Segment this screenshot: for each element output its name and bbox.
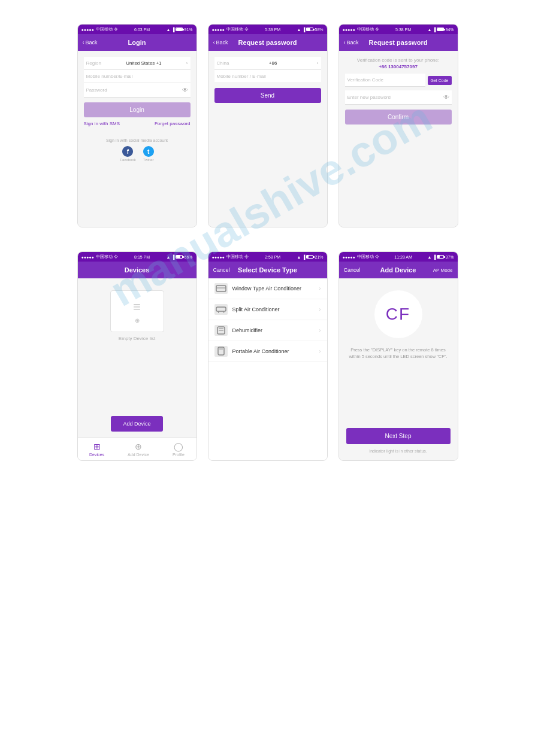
sign-in-sms-link[interactable]: Sign in with SMS (84, 121, 120, 126)
tab-devices[interactable]: ⊞ Devices (89, 442, 104, 457)
ap-mode-button[interactable]: AP Mode (433, 268, 453, 273)
region-chevron-icon: › (317, 60, 319, 66)
time-label: 6:03 PM (134, 28, 150, 32)
verification-placeholder: Verification Code (347, 77, 383, 83)
cancel-button[interactable]: Cancel (213, 267, 230, 273)
cancel-button[interactable]: Cancel (344, 267, 361, 273)
dehumidifier-icon (214, 325, 228, 336)
list-item-split-ac[interactable]: Split Air Conditioner › (208, 299, 327, 320)
profile-tab-label: Profile (173, 453, 185, 457)
back-chevron-icon: ‹ (344, 40, 346, 45)
device-list: Window Type Air Conditioner › Split Air … (208, 278, 327, 460)
window-ac-chevron: › (319, 286, 321, 292)
phone-number: +86 13004757097 (379, 64, 418, 69)
tab-profile[interactable]: ◯ Profile (173, 442, 185, 457)
new-password-placeholder: Enter new password (347, 95, 391, 100)
social-section: Sign in with social media account f Face… (84, 138, 191, 162)
battery-label: 58% (315, 28, 323, 32)
battery-icon (437, 255, 444, 259)
status-bar-3: ●●●●● 中国移动 令 5:38 PM ▲ ▐ 94% (339, 25, 458, 34)
region-value: +86 (269, 60, 277, 66)
twitter-icon: t (143, 146, 154, 157)
carrier-label: 中国移动 令 (357, 26, 379, 32)
carrier-label: 中国移动 令 (96, 254, 118, 260)
req-pw2-content: Verification code is sent to your phone:… (339, 51, 458, 227)
dehumidifier-chevron: › (319, 327, 321, 333)
facebook-icon: f (122, 146, 133, 157)
split-ac-icon (214, 304, 228, 315)
add-device-button[interactable]: Add Device (111, 416, 162, 432)
list-item-window-ac[interactable]: Window Type Air Conditioner › (208, 278, 327, 299)
devices-screen: ●●●●● 中国移动 令 8:15 PM ▲ ▐ 66% Devices (77, 251, 197, 461)
login-screen: ●●●●● 中国移动 令 6:03 PM ▲ ▐ 91% ‹ Back (77, 24, 197, 227)
new-password-field[interactable]: Enter new password 👁 (345, 90, 452, 105)
facebook-login[interactable]: f Facebook (120, 146, 135, 162)
status-bar-4: ●●●●● 中国移动 令 8:15 PM ▲ ▐ 66% (78, 252, 197, 262)
list-item-portable-ac[interactable]: Portable Air Conditioner › (208, 341, 327, 362)
signal-icon: ●●●●● (343, 255, 355, 259)
battery-label: 21% (315, 255, 323, 259)
add-plus-icon: ⊕ (135, 317, 140, 324)
social-icons: f Facebook t Twitter (84, 146, 191, 162)
empty-device-icon: ≡ (133, 299, 141, 315)
back-label: Back (347, 40, 359, 45)
password-field[interactable]: Password 👁 (84, 83, 191, 98)
page-container: manualshive.com ●●●●● 中国移动 令 6:03 PM ▲ ▐… (0, 0, 535, 756)
facebook-label: Facebook (120, 158, 135, 162)
cf-text: CF (386, 305, 410, 324)
back-chevron-icon: ‹ (83, 40, 84, 45)
back-label: Back (216, 40, 228, 45)
indicator-text: Indicator light is in other status. (369, 449, 427, 453)
window-ac-icon (214, 283, 228, 294)
nav-title: Request password (369, 39, 428, 46)
battery-label: 94% (445, 28, 454, 32)
signal-icon: ●●●●● (343, 28, 355, 32)
verification-note: Verification code is sent to your phone:… (345, 57, 452, 70)
row2-screenshots: ●●●●● 中国移动 令 8:15 PM ▲ ▐ 66% Devices (18, 251, 517, 461)
mobile-field[interactable]: Mobile number/E-mail (84, 70, 191, 83)
back-button[interactable]: ‹ Back (344, 40, 359, 45)
status-bar-1: ●●●●● 中国移动 令 6:03 PM ▲ ▐ 91% (78, 25, 197, 34)
carrier-label: 中国移动 令 (226, 254, 249, 260)
login-button[interactable]: Login (84, 102, 191, 117)
portable-ac-chevron: › (319, 348, 321, 354)
mobile-placeholder: Mobile number/E-mail (86, 74, 133, 79)
region-field[interactable]: Region United States +1 › (84, 57, 191, 70)
next-step-button[interactable]: Next Step (346, 428, 451, 444)
signal-bars: ▐ (172, 255, 175, 259)
time-label: 5:39 PM (265, 28, 280, 32)
confirm-button[interactable]: Confirm (345, 110, 452, 125)
signal-bars: ▐ (303, 255, 306, 259)
nav-title: Login (128, 39, 146, 46)
region-field[interactable]: China +86 › (214, 57, 321, 70)
carrier-label: 中国移动 令 (357, 254, 379, 260)
wifi-icon: ▲ (428, 255, 432, 259)
twitter-login[interactable]: t Twitter (143, 146, 154, 162)
back-button[interactable]: ‹ Back (83, 40, 98, 45)
get-code-button[interactable]: Get Code (428, 76, 452, 85)
request-password-screen1: ●●●●● 中国移动 令 5:39 PM ▲ ▐ 58% ‹ Back (208, 24, 328, 227)
devices-title: Devices (125, 266, 150, 274)
forgot-password-link[interactable]: Forget password (155, 121, 191, 126)
eye-icon[interactable]: 👁 (443, 94, 449, 101)
signal-bars: ▐ (172, 28, 175, 32)
twitter-label: Twitter (143, 158, 154, 162)
verification-code-field[interactable]: Verification Code (345, 74, 425, 87)
status-bar-5: ●●●●● 中国移动 令 2:58 PM ▲ ▐ 21% (208, 252, 327, 262)
request-password-screen2: ●●●●● 中国移动 令 5:38 PM ▲ ▐ 94% ‹ Back (338, 24, 458, 227)
back-button[interactable]: ‹ Back (213, 40, 228, 45)
nav-title: Request password (238, 39, 297, 46)
send-button[interactable]: Send (214, 88, 321, 103)
mobile-field[interactable]: Mobile number / E-mail (214, 70, 321, 83)
list-item-dehumidifier[interactable]: Dehumidifier › (208, 320, 327, 341)
battery-label: 66% (184, 255, 192, 259)
nav-bar-req-pw1: ‹ Back Request password (208, 34, 327, 51)
svg-rect-2 (216, 307, 226, 311)
signal-icon: ●●●●● (212, 28, 225, 32)
bottom-tab-bar: ⊞ Devices ⊕ Add Device ◯ Profile (78, 438, 197, 460)
time-label: 11:28 AM (394, 255, 412, 259)
status-bar-6: ●●●●● 中国移动 令 11:28 AM ▲ ▐ 37% (339, 252, 458, 262)
eye-icon[interactable]: 👁 (182, 87, 188, 93)
nav-bar-login: ‹ Back Login (78, 34, 197, 51)
tab-add-device[interactable]: ⊕ Add Device (128, 442, 149, 457)
